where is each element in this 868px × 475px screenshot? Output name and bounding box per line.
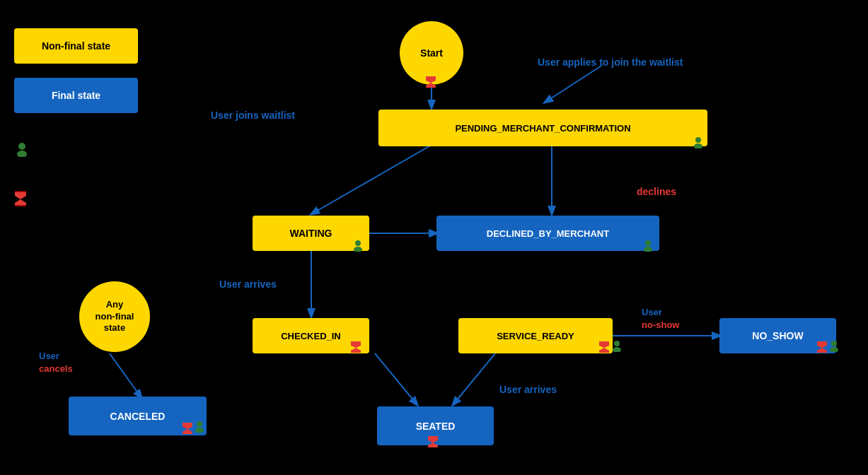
svg-marker-23 [599, 341, 609, 353]
svg-marker-22 [351, 341, 361, 353]
service-ready-person [611, 339, 623, 355]
state-declined: DECLINED_BY_MERCHANT [436, 216, 659, 251]
svg-point-11 [17, 151, 27, 157]
legend-final-label: Final state [52, 90, 100, 101]
no-show-hourglass [817, 341, 827, 356]
svg-line-2 [311, 145, 432, 214]
svg-point-18 [355, 240, 361, 246]
svg-point-17 [694, 143, 702, 148]
state-declined-label: DECLINED_BY_MERCHANT [487, 228, 609, 239]
label-user-no-show: User no-show [642, 305, 679, 331]
svg-marker-15 [426, 76, 436, 88]
state-service-ready-label: SERVICE_READY [497, 331, 574, 341]
state-waiting-label: WAITING [290, 228, 332, 239]
state-pending: PENDING_MERCHANT_CONFIRMATION [378, 110, 707, 146]
label-declines: declines [637, 186, 676, 197]
waiting-person [352, 239, 364, 254]
legend-final-box: Final state [14, 78, 138, 113]
state-canceled-label: CANCELED [110, 411, 166, 422]
pending-person [692, 136, 705, 151]
label-user-cancels: User cancels [39, 349, 73, 375]
service-ready-hourglass [599, 341, 609, 356]
checked-in-hourglass [351, 341, 361, 356]
state-any-non-final: Anynon-finalstate [79, 281, 150, 352]
declined-person [642, 239, 654, 254]
svg-marker-12 [15, 192, 26, 206]
svg-marker-29 [183, 423, 192, 434]
seated-hourglass [428, 436, 438, 450]
legend-person-icon [14, 141, 30, 160]
canceled-hourglass [183, 423, 192, 437]
state-service-ready: SERVICE_READY [458, 318, 613, 353]
svg-point-19 [354, 247, 362, 252]
legend-non-final-box: Non-final state [14, 28, 138, 64]
label-user-arrives-2: User arrives [499, 384, 557, 395]
svg-point-24 [614, 341, 620, 346]
label-user-applies: User applies to join the waitlist [538, 57, 683, 68]
state-pending-label: PENDING_MERCHANT_CONFIRMATION [455, 123, 630, 134]
label-user-arrives-1: User arrives [219, 278, 277, 290]
state-start-label: Start [420, 47, 443, 59]
svg-line-6 [453, 353, 495, 405]
no-show-person [828, 339, 840, 355]
legend-non-final-label: Non-final state [42, 40, 110, 52]
svg-marker-32 [428, 436, 438, 447]
svg-point-31 [195, 428, 204, 433]
svg-line-1 [545, 66, 601, 102]
svg-line-8 [110, 353, 141, 398]
legend-hourglass-icon [14, 191, 27, 209]
label-user-joins: User joins waitlist [211, 110, 295, 121]
state-any-non-final-label: Anynon-finalstate [96, 299, 134, 335]
svg-point-10 [18, 143, 25, 150]
svg-point-25 [613, 347, 621, 352]
state-seated-label: SEATED [416, 421, 456, 432]
state-checked-in-label: CHECKED_IN [281, 331, 341, 341]
svg-point-20 [645, 240, 651, 246]
svg-point-21 [644, 247, 652, 252]
svg-point-16 [695, 137, 701, 143]
svg-point-27 [831, 341, 837, 346]
svg-point-30 [197, 421, 202, 427]
svg-marker-26 [817, 341, 827, 353]
state-no-show-label: NO_SHOW [752, 330, 803, 341]
state-start: Start [400, 21, 463, 85]
start-hourglass [426, 76, 436, 90]
svg-line-5 [375, 353, 417, 405]
canceled-person [193, 420, 206, 435]
svg-point-28 [830, 347, 838, 352]
